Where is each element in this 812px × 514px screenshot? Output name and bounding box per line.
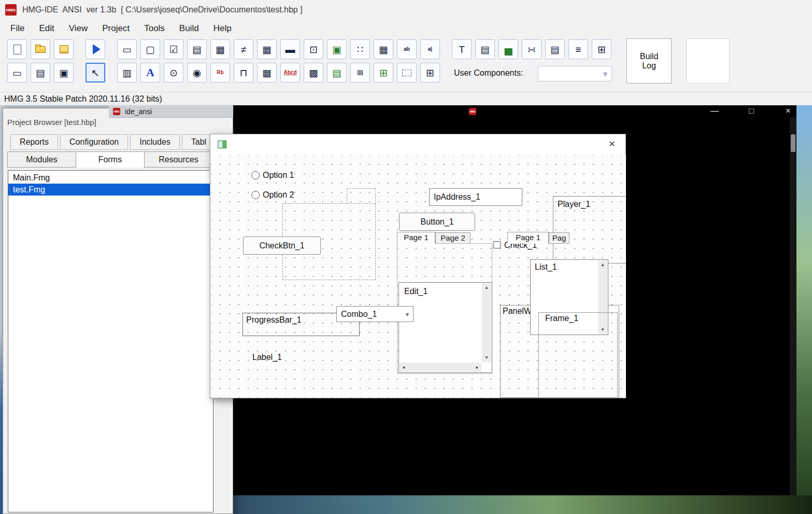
button1-control[interactable]: Button_1 <box>399 213 475 231</box>
toolbar-button[interactable]: ▦ <box>210 39 230 59</box>
menu-edit[interactable]: Edit <box>32 20 61 37</box>
toolbar-button[interactable]: ▬ <box>280 39 300 59</box>
toolbar-button[interactable]: ▥ <box>117 63 137 82</box>
toolbar-button[interactable]: ∷ <box>350 39 370 59</box>
toolbar-button[interactable]: ▤ <box>327 63 347 82</box>
frame1-control[interactable]: Frame_1 <box>538 312 618 398</box>
scrollbar-thumb[interactable] <box>791 134 795 152</box>
scroll-left-icon[interactable]: ◄ <box>402 365 406 370</box>
project-tab[interactable]: Includes <box>130 134 180 150</box>
scroll-down-icon[interactable]: ▼ <box>485 355 489 360</box>
edit1-control[interactable]: Edit_1 ▲ ▼ ◄ ► <box>398 282 492 373</box>
menu-build[interactable]: Build <box>172 20 206 37</box>
player-control[interactable]: Player_1 <box>553 196 626 263</box>
hmg-app-icon: HMG <box>113 108 120 115</box>
toolbar-button[interactable]: ▤ <box>187 39 207 59</box>
list-item[interactable]: test.Fmg <box>8 184 213 196</box>
form-design-canvas[interactable]: CheckBtn_1 Option 1 Option 2 IpAddress_1… <box>211 155 626 398</box>
toolbar-button[interactable] <box>31 39 50 59</box>
toolbar-button[interactable]: ▩ <box>304 63 323 82</box>
scrollbar[interactable]: ◄ ► <box>400 363 481 372</box>
scroll-up-icon[interactable]: ▲ <box>485 285 489 290</box>
toolbar-button[interactable]: ▣ <box>54 63 74 82</box>
project-tab[interactable]: Resources <box>144 151 213 168</box>
toolbar-button[interactable]: ⊞ <box>374 63 393 82</box>
build-log-button[interactable]: Build Log <box>626 38 672 84</box>
scroll-right-icon[interactable]: ► <box>475 365 479 370</box>
menu-help[interactable]: Help <box>206 20 239 37</box>
toolbar-button[interactable]: ▢ <box>140 39 160 59</box>
project-tab[interactable]: Configuration <box>60 134 128 150</box>
toolbar-button[interactable]: ≡ <box>568 39 588 59</box>
toolbar-button[interactable]: ◉ <box>187 63 207 82</box>
toolbar-button[interactable] <box>86 39 105 59</box>
form-designer-titlebar[interactable]: × <box>210 134 625 155</box>
toolbar-button[interactable]: |||| <box>350 63 370 82</box>
font-icon: A <box>146 67 154 78</box>
project-tab[interactable]: Reports <box>10 134 58 150</box>
toolbar-button[interactable]: ⊡ <box>304 39 323 59</box>
toolbar-button[interactable]: Rb <box>210 63 230 82</box>
combo1-control[interactable]: Combo_1 ▾ <box>336 306 414 322</box>
menu-tools[interactable]: Tools <box>137 20 172 37</box>
toolbar-button[interactable] <box>7 39 27 59</box>
toolbar-button[interactable]: ↖ <box>86 63 105 82</box>
check1-checkbox[interactable] <box>493 241 501 248</box>
project-tab[interactable]: Forms <box>76 151 145 168</box>
toolbar-button[interactable]: ▤ <box>31 63 50 82</box>
toolbar-button[interactable]: ∺ <box>522 39 542 59</box>
list-item[interactable]: Main.Fmg <box>8 172 213 184</box>
mini-toolbar-icon: |||| <box>357 70 363 75</box>
maximize-button[interactable]: □ <box>746 106 757 116</box>
toolbar-button[interactable]: ⊞ <box>420 63 440 82</box>
tab2-page2[interactable]: Pag <box>549 232 569 244</box>
toolbar-button[interactable]: ≠ <box>234 39 253 59</box>
toolbar-button[interactable]: ▦ <box>257 39 277 59</box>
toolbar-button[interactable] <box>397 63 417 82</box>
toolbar-button[interactable]: ⊞ <box>592 39 611 59</box>
scrollbar[interactable] <box>790 118 796 495</box>
toolbar-button[interactable]: ▦ <box>257 63 277 82</box>
toolbar-button[interactable]: ▭ <box>7 63 27 82</box>
scroll-up-icon[interactable]: ▲ <box>601 262 605 267</box>
toolbar-button[interactable]: ▤ <box>545 39 565 59</box>
toolbar-button[interactable]: ▣ <box>327 39 347 59</box>
toolbar-button[interactable]: A <box>140 63 160 82</box>
chevron-down-icon[interactable]: ▾ <box>406 311 409 318</box>
toolbar-button[interactable]: ▤ <box>475 39 495 59</box>
label-icon: Abcd <box>284 70 297 75</box>
grid-outline-fragment <box>347 188 376 204</box>
tab2-page1[interactable]: Page 1 <box>507 232 549 244</box>
close-icon[interactable]: × <box>606 137 618 150</box>
label1-control[interactable]: Label_1 <box>252 353 282 362</box>
toolbar-button[interactable]: a| <box>420 39 440 59</box>
toolbar-button[interactable]: ▅ <box>498 39 518 59</box>
scrollbar[interactable]: ▲ ▼ <box>482 283 491 362</box>
tab1-page2[interactable]: Page 2 <box>435 232 471 244</box>
project-tab[interactable]: Modules <box>7 151 76 168</box>
radio-option-1[interactable] <box>251 171 260 179</box>
close-button[interactable]: × <box>782 106 794 116</box>
menu-project[interactable]: Project <box>95 20 137 37</box>
user-components-select[interactable]: ▾ <box>538 66 612 81</box>
radio-option-1-label: Option 1 <box>263 171 294 180</box>
menu-view[interactable]: View <box>62 20 95 37</box>
menu-file[interactable]: File <box>3 20 32 37</box>
minimize-button[interactable]: — <box>709 106 720 116</box>
toolbar-button[interactable]: ⊙ <box>164 63 183 82</box>
background-window-title: ide_ansi <box>125 107 152 116</box>
toolbar-button[interactable]: T <box>452 39 472 59</box>
chart-control-icon: ▅ <box>505 45 512 54</box>
tab1-page1[interactable]: Page 1 <box>397 232 435 244</box>
ipaddress-control[interactable]: IpAddress_1 <box>429 188 522 206</box>
toolbar-button[interactable]: ▦ <box>374 39 393 59</box>
checkbtn-control[interactable]: CheckBtn_1 <box>243 237 321 255</box>
toolbar-button[interactable]: ▭ <box>117 39 137 59</box>
toolbar-button[interactable]: ⊓ <box>234 63 253 82</box>
toolbar-button[interactable]: ☑ <box>164 39 183 59</box>
background-window-titlebar[interactable]: HMG ide_ansi <box>109 105 233 118</box>
toolbar-button[interactable]: Abcd <box>280 63 300 82</box>
radio-option-2[interactable] <box>251 191 260 199</box>
toolbar-button[interactable]: ab <box>397 39 417 59</box>
toolbar-button[interactable] <box>54 39 74 59</box>
